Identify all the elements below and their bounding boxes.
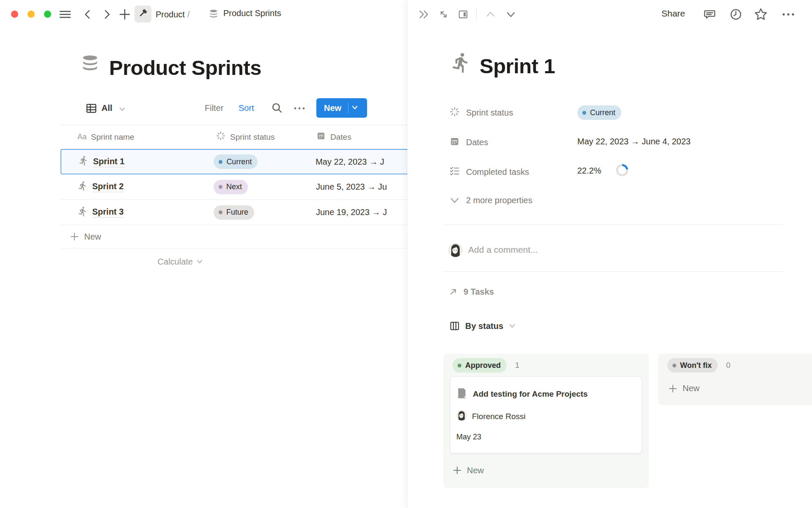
add-comment-input[interactable]: Add a comment... <box>468 245 538 255</box>
card-date: May 23 <box>450 422 642 442</box>
view-chevron-down-icon[interactable] <box>118 106 126 113</box>
checklist-icon <box>449 166 460 178</box>
table-header-row: Aa Sprint name Sprint status Dates <box>60 125 408 149</box>
board-new-card-button-wont-fix[interactable]: New <box>668 384 812 393</box>
status-badge[interactable]: Current <box>214 155 258 169</box>
sidebar-menu-icon[interactable] <box>59 9 71 19</box>
status-spinner-icon <box>216 131 226 143</box>
page-title-database-icon <box>80 53 101 77</box>
window-close-button[interactable] <box>11 11 18 18</box>
table-row[interactable]: Sprint 2 Next June 5, 2023 → Ju <box>60 174 408 200</box>
chevron-down-icon <box>196 259 203 265</box>
status-badge[interactable]: Next <box>214 180 248 194</box>
breadcrumb-workspace[interactable]: Product <box>156 10 185 19</box>
title-type-icon: Aa <box>77 133 87 141</box>
search-icon[interactable] <box>271 102 283 114</box>
new-record-button[interactable]: New <box>316 98 367 118</box>
share-button[interactable]: Share <box>661 8 685 19</box>
dates-value[interactable]: May 22, 2023 → June 4, 2023 <box>577 137 691 146</box>
table-new-row-button[interactable]: New <box>60 225 408 248</box>
next-record-chevron-down-icon[interactable] <box>505 10 517 19</box>
page-icon-runner[interactable] <box>450 52 472 75</box>
assignee-avatar <box>456 410 467 422</box>
dates-value[interactable]: June 5, 2023 → Ju <box>316 182 387 191</box>
table-row[interactable]: Sprint 3 Future June 19, 2023 → J <box>60 200 408 225</box>
column-header-dates[interactable]: Dates <box>309 131 408 143</box>
sprint-name[interactable]: Sprint 1 <box>93 157 124 167</box>
status-badge[interactable]: Current <box>577 105 621 120</box>
board-column-wont-fix: Won't fix 0 New <box>658 353 812 405</box>
side-peek-mode-icon[interactable] <box>458 9 469 20</box>
section-divider <box>443 271 784 272</box>
board-new-card-button-approved[interactable]: New <box>453 464 484 477</box>
comments-icon[interactable] <box>703 8 716 21</box>
card-assignee: Florence Rossi <box>472 412 526 421</box>
view-tab-all[interactable]: All <box>102 103 112 113</box>
board-group-count: 1 <box>515 361 519 370</box>
dates-value[interactable]: June 19, 2023 → J <box>316 207 387 217</box>
board-view-icon <box>449 320 460 331</box>
property-row-completed-tasks[interactable]: Completed tasks <box>449 161 529 183</box>
page-icon <box>456 387 467 401</box>
window-zoom-button[interactable] <box>44 11 51 18</box>
filter-button[interactable]: Filter <box>205 103 223 113</box>
side-peek-panel: Share Sprint 1 Sprint status Current <box>407 0 812 508</box>
sprint-name[interactable]: Sprint 2 <box>92 182 123 192</box>
forward-icon[interactable] <box>102 8 112 20</box>
sprint-name[interactable]: Sprint 3 <box>92 207 123 218</box>
close-peek-double-chevron-icon[interactable] <box>418 8 431 20</box>
board-group-badge[interactable]: Approved <box>453 358 507 373</box>
board-view-selector[interactable]: By status <box>449 318 516 334</box>
record-title[interactable]: Sprint 1 <box>480 54 555 78</box>
status-spinner-icon <box>449 106 460 119</box>
dates-value[interactable]: May 22, 2023 → J <box>315 157 384 166</box>
calendar-icon <box>316 131 326 143</box>
breadcrumb-page[interactable]: Product Sprints <box>223 8 281 18</box>
notion-window: Product / Product Sprints Product Sprint… <box>0 0 812 508</box>
favorite-star-icon[interactable] <box>754 7 768 22</box>
board-group-count: 0 <box>726 361 730 370</box>
updates-clock-icon[interactable] <box>729 8 743 21</box>
column-header-sprint-name[interactable]: Aa Sprint name <box>60 133 206 142</box>
hammer-icon <box>137 8 148 20</box>
more-ellipsis-icon[interactable] <box>781 12 796 17</box>
more-properties-toggle[interactable]: 2 more properties <box>449 190 532 210</box>
user-avatar <box>448 243 463 259</box>
linked-tasks-view[interactable]: 9 Tasks <box>448 285 494 298</box>
new-page-plus-icon[interactable] <box>118 8 131 21</box>
task-card[interactable]: Add testing for Acme Projects Florence R… <box>450 376 642 453</box>
plus-icon <box>668 384 678 393</box>
window-minimize-button[interactable] <box>27 11 35 18</box>
chevron-down-icon <box>508 323 516 329</box>
chevron-down-icon <box>449 196 460 205</box>
view-options-ellipsis-icon[interactable] <box>293 106 306 111</box>
calculate-button[interactable]: Calculate <box>60 248 206 275</box>
progress-ring <box>615 163 629 179</box>
back-icon[interactable] <box>82 8 93 20</box>
breadcrumb-separator: / <box>187 10 190 19</box>
page-title: Product Sprints <box>109 56 261 80</box>
status-badge[interactable]: Future <box>214 205 254 220</box>
completed-tasks-value[interactable]: 22.2% <box>577 166 601 176</box>
calendar-icon <box>449 136 460 149</box>
plus-icon <box>453 466 462 475</box>
sort-button[interactable]: Sort <box>239 103 254 113</box>
sprints-table: Aa Sprint name Sprint status Dates <box>60 125 408 275</box>
table-row[interactable]: Sprint 1 Current May 22, 2023 → J <box>60 149 408 174</box>
card-title: Add testing for Acme Projects <box>473 389 588 399</box>
board-group-badge[interactable]: Won't fix <box>667 358 718 373</box>
expand-page-icon[interactable] <box>438 9 449 20</box>
column-header-sprint-status[interactable]: Sprint status <box>206 131 309 143</box>
previous-record-chevron-up-icon[interactable] <box>485 10 497 19</box>
runner-icon <box>78 155 89 168</box>
property-row-sprint-status[interactable]: Sprint status <box>449 102 513 124</box>
section-divider <box>443 224 784 225</box>
property-row-dates[interactable]: Dates <box>449 131 488 153</box>
database-icon <box>208 9 219 20</box>
workspace-app-tile[interactable] <box>134 6 151 22</box>
runner-icon <box>77 181 88 193</box>
runner-icon <box>77 206 88 219</box>
plus-icon <box>70 232 79 241</box>
breadcrumb: Product / <box>156 8 192 20</box>
header-divider <box>476 8 477 20</box>
